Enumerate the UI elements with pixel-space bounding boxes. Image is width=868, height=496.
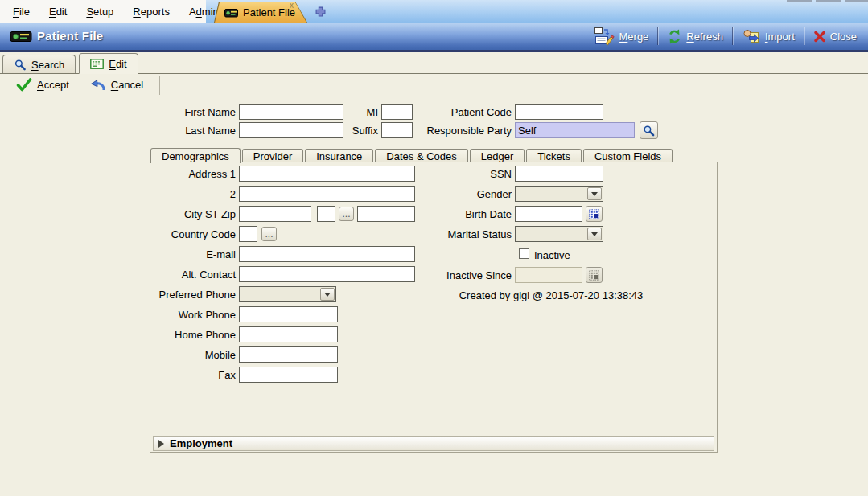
merge-icon bbox=[594, 27, 615, 46]
edit-form-icon bbox=[90, 59, 104, 69]
inactive-checkbox[interactable] bbox=[519, 248, 529, 259]
patient-file-tab-icon bbox=[224, 8, 238, 18]
tab-ledger[interactable]: Ledger bbox=[470, 149, 525, 162]
tab-demographics[interactable]: Demographics bbox=[150, 148, 241, 163]
tab-edit[interactable]: Edit bbox=[79, 53, 138, 74]
separator bbox=[159, 76, 160, 95]
home-phone-input[interactable] bbox=[239, 326, 338, 342]
inactive-label: Inactive bbox=[534, 249, 599, 261]
calendar-icon bbox=[589, 209, 599, 219]
title-bar: Patient File Merge Refresh Import bbox=[0, 23, 868, 52]
state-input[interactable] bbox=[317, 206, 335, 222]
view-tab-bar: Search Edit bbox=[0, 52, 868, 74]
last-name-label: Last Name bbox=[121, 125, 236, 137]
demographics-panel bbox=[150, 162, 718, 453]
birth-date-input[interactable] bbox=[515, 206, 582, 222]
inactive-since-label: Inactive Since bbox=[386, 269, 512, 281]
close-button[interactable]: Close bbox=[807, 31, 863, 43]
fax-label: Fax bbox=[121, 369, 236, 381]
refresh-button[interactable]: Refresh bbox=[660, 29, 730, 44]
patient-code-input[interactable] bbox=[515, 104, 603, 120]
employment-expander[interactable]: Employment bbox=[153, 436, 714, 451]
tab-custom-fields[interactable]: Custom Fields bbox=[583, 149, 673, 162]
patient-code-label: Patient Code bbox=[386, 106, 512, 118]
tab-insurance[interactable]: Insurance bbox=[305, 149, 373, 162]
email-input[interactable] bbox=[239, 246, 415, 262]
country-code-label: Country Code bbox=[121, 228, 236, 240]
accept-button[interactable]: Accept bbox=[10, 78, 76, 92]
document-tab-label: Patient File bbox=[243, 6, 295, 18]
ssn-input[interactable] bbox=[515, 166, 603, 182]
separator bbox=[804, 27, 804, 45]
new-tab-plus-icon[interactable] bbox=[315, 6, 326, 17]
first-name-label: First Name bbox=[121, 106, 236, 118]
first-name-input[interactable] bbox=[239, 104, 343, 120]
responsible-party-search-button[interactable] bbox=[640, 121, 658, 139]
tab-tickets[interactable]: Tickets bbox=[526, 149, 582, 162]
edit-toolbar: Accept Cancel bbox=[0, 74, 868, 96]
home-phone-label: Home Phone bbox=[121, 329, 236, 341]
cancel-button[interactable]: Cancel bbox=[84, 79, 150, 92]
chevron-down-icon[interactable] bbox=[587, 228, 602, 240]
cancel-undo-icon bbox=[90, 79, 106, 92]
birth-date-calendar-button[interactable] bbox=[586, 206, 603, 222]
inactive-since-calendar-button bbox=[586, 267, 603, 283]
tab-search[interactable]: Search bbox=[2, 55, 76, 73]
gender-label: Gender bbox=[386, 188, 512, 200]
tab-provider[interactable]: Provider bbox=[242, 149, 303, 162]
import-icon bbox=[742, 28, 761, 44]
email-label: E-mail bbox=[121, 248, 236, 260]
calendar-icon-disabled bbox=[589, 270, 599, 281]
window-close-button[interactable] bbox=[845, 0, 868, 2]
close-icon bbox=[813, 31, 826, 43]
accept-check-icon bbox=[16, 78, 32, 92]
created-by-text: Created by gigi @ 2015-07-20 13:38:43 bbox=[442, 289, 660, 301]
mobile-input[interactable] bbox=[239, 346, 338, 363]
last-name-input[interactable] bbox=[239, 122, 343, 138]
page-title: Patient File bbox=[37, 29, 103, 43]
state-lookup-button[interactable]: ... bbox=[339, 207, 354, 221]
menu-reports[interactable]: Reports bbox=[123, 0, 179, 23]
search-icon bbox=[643, 125, 655, 137]
window-maximize-button[interactable] bbox=[816, 0, 841, 2]
city-st-zip-label: City ST Zip bbox=[121, 208, 236, 220]
alt-contact-label: Alt. Contact bbox=[121, 268, 236, 281]
menu-setup[interactable]: Setup bbox=[76, 0, 123, 23]
address2-label: 2 bbox=[121, 188, 236, 200]
ssn-label: SSN bbox=[386, 168, 512, 180]
preferred-phone-label: Preferred Phone bbox=[121, 289, 236, 301]
marital-status-select[interactable] bbox=[515, 226, 603, 242]
preferred-phone-select[interactable] bbox=[239, 286, 336, 302]
separator bbox=[732, 27, 733, 45]
city-input[interactable] bbox=[239, 206, 311, 222]
refresh-icon bbox=[667, 29, 682, 44]
inactive-since-input bbox=[515, 267, 582, 283]
patient-file-window: File Edit Setup Reports Admin Help Patie… bbox=[0, 0, 868, 496]
tab-dates-codes[interactable]: Dates & Codes bbox=[375, 149, 467, 162]
search-icon bbox=[14, 59, 27, 71]
menu-file[interactable]: File bbox=[3, 0, 39, 23]
fax-input[interactable] bbox=[239, 367, 338, 383]
marital-status-label: Marital Status bbox=[386, 228, 512, 240]
chevron-down-icon[interactable] bbox=[320, 288, 335, 301]
title-bar-actions: Merge Refresh Import Close bbox=[587, 23, 863, 50]
chevron-down-icon[interactable] bbox=[587, 187, 602, 200]
employment-label: Employment bbox=[170, 437, 232, 449]
responsible-party-input[interactable] bbox=[515, 122, 635, 138]
address1-label: Address 1 bbox=[121, 168, 236, 180]
work-phone-input[interactable] bbox=[239, 306, 338, 322]
responsible-party-label: Responsible Party bbox=[386, 125, 512, 137]
merge-button[interactable]: Merge bbox=[587, 27, 655, 46]
suffix-label: Suffix bbox=[338, 125, 378, 137]
document-tab-close-icon[interactable]: x bbox=[290, 2, 294, 10]
gender-select[interactable] bbox=[515, 186, 603, 202]
import-button[interactable]: Import bbox=[735, 28, 801, 44]
mi-label: MI bbox=[338, 106, 378, 118]
expand-arrow-icon bbox=[158, 440, 164, 448]
patient-file-icon bbox=[10, 29, 32, 46]
window-minimize-button[interactable] bbox=[787, 0, 812, 2]
menu-edit[interactable]: Edit bbox=[39, 0, 76, 23]
country-lookup-button[interactable]: ... bbox=[261, 227, 277, 241]
document-tab-patient-file[interactable]: Patient File x bbox=[214, 2, 307, 23]
country-code-input[interactable] bbox=[239, 226, 257, 242]
